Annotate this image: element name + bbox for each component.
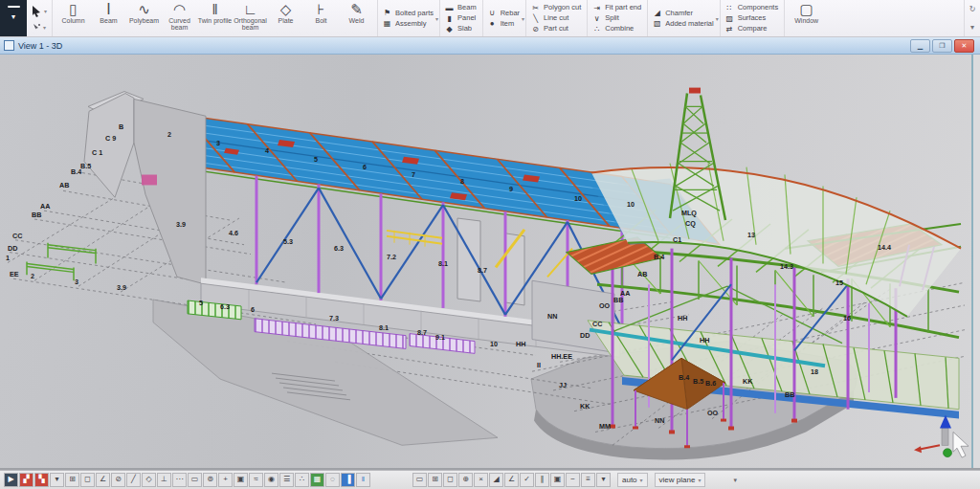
grid-label: OO [707,410,719,417]
plane-tool-icon[interactable]: ▭ [412,473,427,487]
file-menu-strip[interactable]: ▾ [0,0,27,36]
ribbon-button-chamfer[interactable]: ◢Chamfer [653,9,713,18]
ribbon-button-panel[interactable]: ▮Panel [445,13,477,23]
snap-free-icon[interactable]: ◌ [325,473,340,487]
ribbon-button-combine[interactable]: ∴Combine [592,24,641,33]
ribbon-button-polygon-cut[interactable]: ✂Polygon cut [531,3,581,12]
grid-label: KK [743,378,753,386]
snap-grid-icon[interactable]: ⊞ [65,473,79,487]
angle-tool-icon[interactable]: ∠ [504,473,519,487]
ribbon-button-split[interactable]: ∨Split [592,13,641,23]
ribbon-button-added-material[interactable]: ▧Added material [653,19,713,29]
parallel-tool-icon[interactable]: ∥ [535,473,549,487]
grid-label: MLQ [681,210,697,217]
minus-tool-icon[interactable]: − [566,473,580,487]
snap-intersection-icon[interactable]: + [218,473,233,487]
grid-label: 14.3 [780,263,793,271]
ribbon-button-compare[interactable]: ⇄Compare [725,24,779,33]
view-titlebar[interactable]: View 1 - 3D ▁❐✕ [0,37,980,55]
chevron-down-icon[interactable]: ▾ [716,15,719,22]
grid-label: B.4 [679,374,689,382]
restore-button[interactable]: ❐ [932,39,952,53]
ribbon-button-fit-part-end[interactable]: ⇥Fit part end [592,3,641,12]
concrete-pylons [457,218,524,305]
select-caret-icon[interactable]: ▾ [50,473,64,487]
curved-beam-icon: ◠ [173,1,186,17]
ribbon-button-part-cut[interactable]: ⊘Part cut [531,24,581,33]
model-canvas[interactable]: BC 9C 1B.5B.4ABAABBCCDD1EE233.9234567891… [0,55,980,468]
ribbon-button-weld[interactable]: ✎Weld [339,1,374,35]
ribbon-overflow[interactable]: ↻ ▾ [964,0,980,36]
ribbon-group-fit-part-end: ⇥Fit part end∨Split∴Combine [588,0,648,36]
ribbon-button-assembly[interactable]: ▦Assembly [383,19,434,29]
snap-node-icon[interactable]: ◉ [264,473,278,487]
snap-list-icon[interactable]: ☰ [279,473,294,487]
pointer-mode-icon[interactable]: ▶ [4,473,18,487]
ortho-toggle-icon[interactable]: ▐ [341,473,355,487]
window-group[interactable]: ▢ Window [785,0,828,36]
ribbon-button-slab[interactable]: ◆Slab [445,24,477,33]
work-plane-dropdown[interactable]: view plane ▾ [655,473,706,487]
add-point-icon[interactable]: ⊕ [458,473,473,487]
grid-tool-icon[interactable]: ⊞ [428,473,442,487]
ribbon-button-line-cut[interactable]: ╲Line cut [531,13,581,23]
snap-points-icon[interactable]: ⋯ [172,473,187,487]
snap-line-icon[interactable]: ╱ [126,473,141,487]
ribbon-group-rebar: ∪Rebar●Item▾ [483,0,526,36]
layers-tool-icon[interactable]: ≡ [581,473,595,487]
snap-edge-icon[interactable]: ▭ [188,473,202,487]
check-tool-icon[interactable]: ✓ [520,473,534,487]
select-area-button[interactable]: ▾ [33,23,46,32]
grid-label: 4.6 [229,230,238,237]
snap-green-toggle-icon[interactable]: ▦ [310,473,324,487]
modeling-commands-groups: ⚑Bolted parts▦Assembly▾▬Beam▮Panel◆Slab∪… [378,0,785,36]
ribbon-button-curved-beam[interactable]: ◠Curved beam [162,1,197,35]
pause-snap-icon[interactable]: ‖ [356,473,370,487]
select-cursor-button[interactable]: ▾ [32,5,47,17]
ribbon-button-label: Rebar [501,10,520,17]
model-viewport[interactable]: BC 9C 1B.5B.4ABAABBCCDD1EE233.9234567891… [0,55,980,470]
ribbon-button-column[interactable]: ▯Column [56,1,91,35]
ribbon-button-bolt[interactable]: ⊦Bolt [303,1,339,35]
column-icon: ▯ [69,1,77,17]
ribbon-button-item[interactable]: ●Item [488,19,520,29]
ribbon-button-components[interactable]: ∷Components [725,3,779,12]
snap-angle-icon[interactable]: ∠ [96,473,110,487]
snap-circle-cut-icon[interactable]: ⊘ [111,473,125,487]
select-filter-red-icon[interactable]: ▞ [19,473,33,487]
status-more-caret[interactable]: ▾ [733,477,737,484]
grid-label: AB [637,271,647,278]
target-tool-icon[interactable]: ▣ [550,473,565,487]
corner-tool-icon[interactable]: ◢ [489,473,503,487]
delete-tool-icon[interactable]: × [474,473,488,487]
ribbon-group-chamfer: ◢Chamfer▧Added material▾ [648,0,720,36]
ribbon-button-plate[interactable]: ◇Plate [268,1,303,35]
snap-diamond-icon[interactable]: ◇ [142,473,156,487]
snap-mode-dropdown[interactable]: auto ▾ [617,473,648,487]
snap-any-icon[interactable]: ∴ [295,473,309,487]
ribbon-button-label: Twin profile [197,17,233,24]
more-caret-icon[interactable]: ▾ [596,473,611,487]
grid-label: C 9 [105,135,116,143]
chevron-down-icon[interactable]: ▾ [435,15,438,22]
ribbon-button-surfaces[interactable]: ▨Surfaces [725,13,779,23]
ribbon-button-beam[interactable]: ⅠBeam [91,1,126,35]
ribbon-button-beam[interactable]: ▬Beam [445,3,477,12]
box-tool-icon[interactable]: ◻ [443,473,457,487]
minimize-button[interactable]: ▁ [910,39,930,53]
ribbon-button-twin-profile[interactable]: ‖Twin profile [197,1,233,35]
snap-midpoint-icon[interactable]: ▣ [234,473,248,487]
ribbon-button-rebar[interactable]: ∪Rebar [488,9,520,18]
select-switch-red-icon[interactable]: ▚ [34,473,49,487]
grid-label: 9 [509,186,513,193]
ribbon-button-orthogonal-beam[interactable]: ∟Orthogonal beam [233,1,268,35]
snap-curve-icon[interactable]: ≈ [249,473,263,487]
ribbon-button-label: Fit part end [605,4,641,11]
snap-box-icon[interactable]: ◻ [80,473,95,487]
chevron-down-icon[interactable]: ▾ [522,15,524,22]
close-button[interactable]: ✕ [954,39,974,53]
ribbon-button-bolted-parts[interactable]: ⚑Bolted parts [383,9,434,18]
snap-center-icon[interactable]: ⊚ [203,473,217,487]
ribbon-button-polybeam[interactable]: ∿Polybeam [126,1,162,35]
snap-perpendicular-icon[interactable]: ⊥ [157,473,171,487]
